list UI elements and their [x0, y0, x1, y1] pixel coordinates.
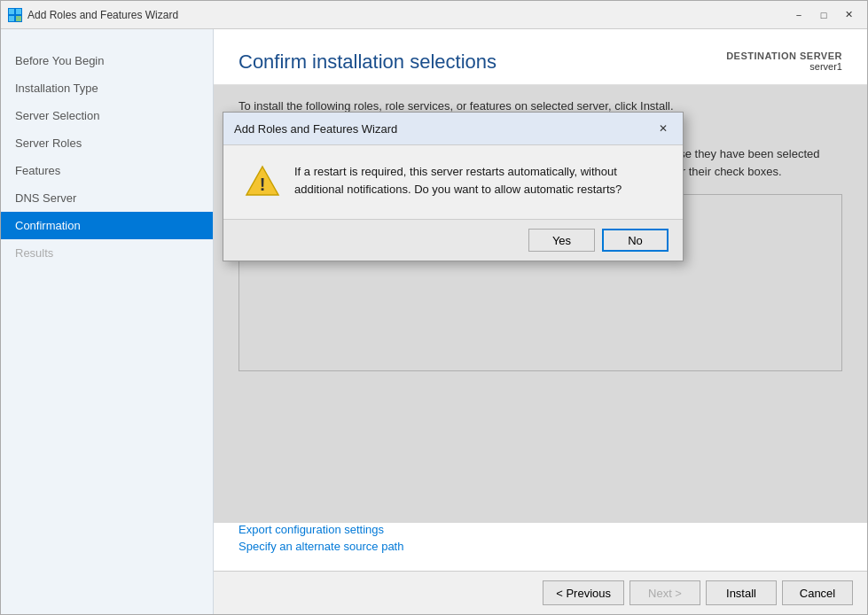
warning-icon: ! — [245, 163, 280, 201]
app-icon — [8, 8, 22, 22]
dialog-message: If a restart is required, this server re… — [294, 163, 661, 198]
sidebar-item-confirmation[interactable]: Confirmation — [1, 212, 213, 239]
sidebar-item-features[interactable]: Features — [1, 157, 213, 184]
restore-button[interactable]: □ — [812, 6, 835, 24]
footer: < Previous Next > Install Cancel — [214, 571, 867, 614]
destination-label: DESTINATION SERVER — [726, 51, 842, 61]
dialog-yes-button[interactable]: Yes — [528, 229, 595, 252]
sidebar: Before You Begin Installation Type Serve… — [1, 29, 214, 614]
svg-rect-0 — [9, 9, 14, 14]
window-title: Add Roles and Features Wizard — [27, 9, 787, 21]
next-button[interactable]: Next > — [629, 580, 700, 605]
main-window: Add Roles and Features Wizard − □ ✕ Befo… — [0, 0, 868, 615]
dialog: Add Roles and Features Wizard ✕ ! — [223, 112, 684, 261]
close-button[interactable]: ✕ — [837, 6, 860, 24]
sidebar-item-server-roles[interactable]: Server Roles — [1, 129, 213, 157]
sidebar-item-installation-type[interactable]: Installation Type — [1, 74, 213, 102]
dialog-footer: Yes No — [223, 219, 683, 261]
cancel-button[interactable]: Cancel — [782, 580, 853, 605]
main-header: Confirm installation selections DESTINAT… — [214, 29, 867, 85]
dialog-titlebar: Add Roles and Features Wizard ✕ — [223, 113, 683, 145]
sidebar-item-before-you-begin[interactable]: Before You Begin — [1, 47, 213, 74]
alternate-source-link[interactable]: Specify an alternate source path — [239, 540, 842, 553]
content-area: Before You Begin Installation Type Serve… — [1, 29, 867, 614]
svg-text:!: ! — [260, 175, 266, 194]
main-panel: Confirm installation selections DESTINAT… — [214, 29, 867, 614]
page-title: Confirm installation selections — [239, 51, 497, 74]
install-button[interactable]: Install — [706, 580, 777, 605]
svg-rect-2 — [9, 16, 14, 21]
sidebar-item-server-selection[interactable]: Server Selection — [1, 102, 213, 129]
server-name: server1 — [726, 61, 842, 72]
links-section: Export configuration settings Specify an… — [214, 523, 867, 571]
previous-button[interactable]: < Previous — [543, 580, 624, 605]
main-body: To install the following roles, role ser… — [214, 85, 867, 523]
minimize-button[interactable]: − — [787, 6, 810, 24]
svg-rect-3 — [16, 16, 21, 21]
dialog-close-button[interactable]: ✕ — [654, 120, 672, 137]
window-controls: − □ ✕ — [787, 6, 860, 24]
dialog-body: ! If a restart is required, this server … — [223, 145, 683, 219]
export-config-link[interactable]: Export configuration settings — [239, 523, 842, 536]
titlebar: Add Roles and Features Wizard − □ ✕ — [1, 1, 867, 29]
svg-rect-1 — [16, 9, 21, 14]
sidebar-item-dns-server[interactable]: DNS Server — [1, 184, 213, 212]
dialog-title: Add Roles and Features Wizard — [234, 122, 397, 136]
dialog-no-button[interactable]: No — [602, 229, 669, 252]
dialog-overlay: Add Roles and Features Wizard ✕ ! — [214, 85, 867, 523]
destination-server-info: DESTINATION SERVER server1 — [726, 51, 842, 72]
sidebar-item-results: Results — [1, 239, 213, 267]
